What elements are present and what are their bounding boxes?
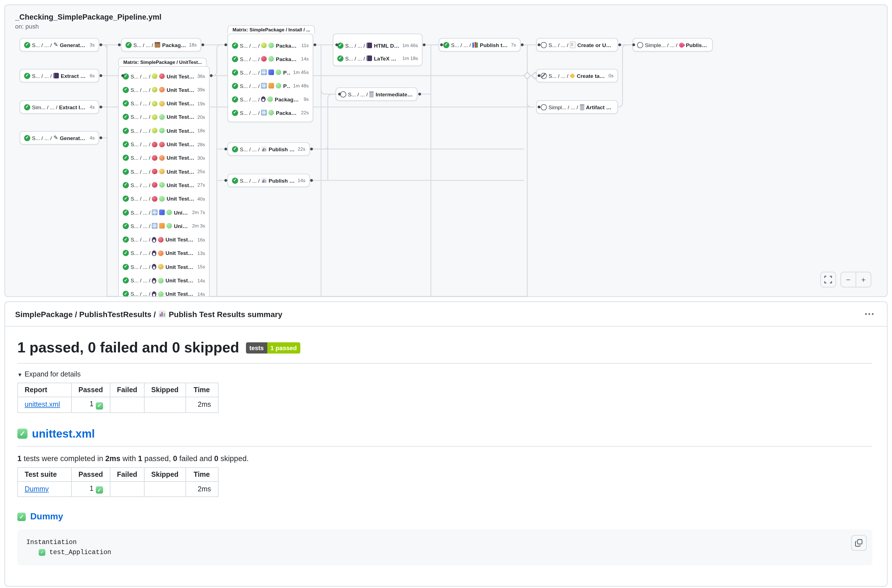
suite-section-heading[interactable]: ✓ Dummy xyxy=(17,512,873,522)
job-label: Unit Tests - ... xyxy=(166,264,195,270)
success-status-icon: ✓ xyxy=(123,168,129,174)
windows-icon xyxy=(261,83,267,88)
job-label: Unit Tests - ... xyxy=(167,182,195,188)
job-duration: 1m 45s xyxy=(292,69,309,75)
job-label: Create or Update R... xyxy=(577,42,613,48)
job-duration: 2m 3s xyxy=(191,223,205,229)
job-prefix: S... / ... / xyxy=(451,42,471,48)
zoom-in-button[interactable]: + xyxy=(856,272,871,287)
matrix-job-row[interactable]: ✓S... / ... /Unit Tests - ...16s xyxy=(123,233,205,246)
job-prefix: S... / ... / xyxy=(345,55,365,62)
job-node-publish-test-results[interactable]: ✓S... / ... /Publish Test Re...14s xyxy=(228,174,310,187)
matrix-job-row[interactable]: ✓S... / ... /Package inst...9s xyxy=(232,93,309,106)
job-prefix: S... / ... / xyxy=(130,182,150,188)
job-label: Publish to PyPI xyxy=(686,42,708,48)
matrix-job-row[interactable]: ✓S... / ... /Unit T...2m 7s xyxy=(123,206,205,219)
matrix-job-row[interactable]: ✓S... / ... /Unit Tests - ...14s xyxy=(123,287,205,297)
job-node-extract-information[interactable]: ✓Sim... / ... /Extract Information4s xyxy=(19,100,99,114)
apple-red-icon xyxy=(261,56,267,62)
matrix-job-row[interactable]: ✓S... / ... /Unit Tests - ...25s xyxy=(123,165,205,178)
sphere-yellow-icon xyxy=(159,169,165,174)
job-node-create-tag[interactable]: S... / ... /Create tag '${{ in...0s xyxy=(536,69,618,82)
apple-red-icon xyxy=(152,141,158,147)
file-section-heading[interactable]: ✓ unittest.xml xyxy=(17,427,873,446)
matrix-job-row[interactable]: ✓S... / ... /Unit Tests - ...15s xyxy=(123,260,205,273)
column-header: Passed xyxy=(72,383,110,397)
memo-icon xyxy=(570,42,576,48)
result-link[interactable]: Dummy xyxy=(25,485,49,493)
matrix-job-row[interactable]: ✓S... / ... /Package ins...14s xyxy=(232,52,309,66)
pending-status-icon xyxy=(340,91,346,97)
job-duration: 11s xyxy=(300,43,309,48)
matrix-job-row[interactable]: ✓S... / ... /LaTeX Docu...1m 18s xyxy=(337,51,418,65)
chart-icon xyxy=(261,178,267,183)
job-node-create-or-update-release[interactable]: S... / ... /Create or Update R... xyxy=(536,38,618,51)
job-node-extract-configuration[interactable]: ✓S... / ... /Extract configur...6s xyxy=(19,69,99,82)
expand-for-details[interactable]: ▼Expand for details xyxy=(17,370,873,378)
job-label: Packa... xyxy=(283,82,291,89)
matrix-job-row[interactable]: ✓S... / ... /Unit Tests - ...27s xyxy=(123,178,205,192)
windows-icon xyxy=(152,223,158,229)
job-node-intermediate-artifacts[interactable]: S... / ... /Intermediate Artifa... xyxy=(336,87,417,101)
matrix-job-row[interactable]: ✓S... / ... /Unit Tests - ...36s xyxy=(123,69,205,83)
matrix-job-row[interactable]: ✓S... / ... /Unit Tests - ...30s xyxy=(123,151,205,165)
result-link[interactable]: unittest.xml xyxy=(25,401,60,409)
pending-status-icon xyxy=(637,42,643,48)
matrix-job-row[interactable]: ✓S... / ... /Unit Tests - ...13s xyxy=(123,246,205,260)
matrix-job-row[interactable]: ✓S... / ... /HTML Docu...1m 46s xyxy=(337,39,418,52)
job-label: Package ins... xyxy=(276,110,298,116)
job-label: Package ins... xyxy=(276,56,298,62)
notebook-icon xyxy=(54,73,59,78)
square-orange-icon xyxy=(269,83,274,88)
zoom-out-button[interactable]: − xyxy=(841,272,856,287)
kebab-menu-button[interactable] xyxy=(862,310,877,318)
port-dot xyxy=(440,44,443,46)
job-node-artifact-cleanup[interactable]: Simpl... / ... /Artifact Cleanup xyxy=(536,100,618,114)
matrix-job-row[interactable]: ✓S... / ... /Unit Tests - ...18s xyxy=(123,124,205,137)
port-dot xyxy=(335,44,338,46)
apple-red-icon xyxy=(152,155,158,161)
sphere-orange-icon xyxy=(159,155,165,161)
job-duration: 27s xyxy=(196,182,205,188)
fullscreen-button[interactable] xyxy=(820,272,836,287)
penguin-icon xyxy=(152,278,157,283)
matrix-job-row[interactable]: ✓S... / ... /Unit Tests - ...39s xyxy=(123,83,205,97)
job-label: Unit T... xyxy=(174,209,189,215)
job-node-publish-to-pypi[interactable]: Simple... / ... /Publish to PyPI xyxy=(633,38,713,51)
pencil-icon: ✎ xyxy=(54,135,58,141)
workflow-graph-panel[interactable]: ✓S... / ... /✎Generate pipelin...3s✓S...… xyxy=(4,4,888,297)
job-node-publish-code-coverage[interactable]: ✓S... / ... /Publish Code C...22s xyxy=(228,142,310,156)
matrix-job-row[interactable]: ✓S... / ... /Unit Tests - ...28s xyxy=(123,138,205,151)
job-duration: 40s xyxy=(196,196,205,201)
job-label: Packa... xyxy=(283,69,291,75)
matrix-job-row[interactable]: ✓S... / ... /Packa...1m 45s xyxy=(232,66,309,79)
job-duration: 19s xyxy=(196,100,205,106)
job-node-package-in-source[interactable]: ✓S... / ... /Package in Sou...18s xyxy=(121,38,201,51)
table-row: Dummy1✓2ms xyxy=(18,481,218,496)
job-label: Unit Tests - ... xyxy=(167,128,195,134)
apple-green-icon xyxy=(152,128,158,134)
matrix-job-row[interactable]: ✓S... / ... /Unit Tests - ...19s xyxy=(123,97,205,110)
pencil-icon: ✎ xyxy=(54,42,58,48)
matrix-job-row[interactable]: ✓S... / ... /Package ins...22s xyxy=(232,106,309,119)
matrix-job-row[interactable]: ✓S... / ... /Package ins...11s xyxy=(232,39,309,52)
job-node-generate-pipeline-2[interactable]: ✓S... / ... /✎Generate pipelin...4s xyxy=(19,131,99,144)
matrix-job-row[interactable]: ✓S... / ... /Packa...1m 48s xyxy=(232,79,309,93)
job-node-publish-to-gh-pages[interactable]: ✓S... / ... /Publish to GH-P...7s xyxy=(439,38,520,51)
matrix-job-row[interactable]: ✓S... / ... /Unit Tests - ...14s xyxy=(123,274,205,287)
success-status-icon: ✓ xyxy=(123,264,129,270)
success-status-icon: ✓ xyxy=(123,155,129,161)
job-node-generate-pipeline-1[interactable]: ✓S... / ... /✎Generate pipelin...3s xyxy=(19,38,99,51)
success-status-icon: ✓ xyxy=(232,110,238,116)
skipped-status-icon xyxy=(541,72,547,79)
job-label: Artifact Cleanup xyxy=(586,104,613,110)
success-status-icon: ✓ xyxy=(24,72,30,79)
copy-button[interactable] xyxy=(851,535,867,551)
success-status-icon: ✓ xyxy=(123,291,129,297)
job-label: Extract Information xyxy=(59,104,87,110)
matrix-job-row[interactable]: ✓S... / ... /Unit Tests - ...40s xyxy=(123,192,205,206)
column-header: Failed xyxy=(110,383,144,397)
matrix-job-row[interactable]: ✓S... / ... /Unit Tests - ...20s xyxy=(123,110,205,124)
tag-icon xyxy=(570,73,576,78)
matrix-job-row[interactable]: ✓S... / ... /Unit T...2m 3s xyxy=(123,219,205,233)
